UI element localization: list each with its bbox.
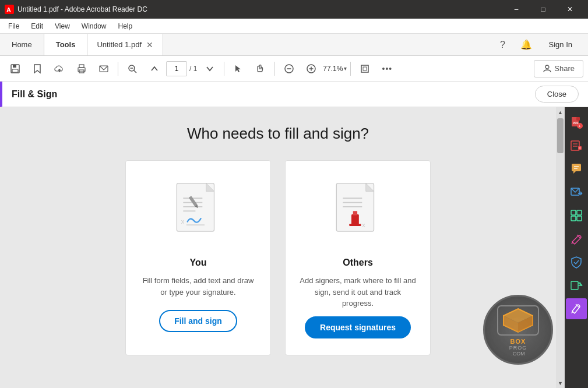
svg-point-22	[545, 65, 549, 69]
zoom-minus-button[interactable]	[279, 58, 300, 79]
cursor-icon	[234, 64, 243, 73]
cloud-icon	[54, 64, 65, 74]
next-page-button[interactable]	[199, 58, 220, 79]
cursor-tool-button[interactable]	[228, 58, 249, 79]
svg-rect-47	[571, 141, 579, 150]
scroll-down-button[interactable]: ▼	[556, 378, 565, 388]
sign-in-button[interactable]: Sign In	[540, 37, 581, 52]
hand-icon	[255, 64, 266, 74]
toolbar: / 1 77.1% ▾ ••• Share	[0, 56, 588, 82]
sidebar-tool-shield[interactable]	[566, 252, 587, 273]
sidebar-tool-export[interactable]	[566, 275, 587, 296]
tab-document[interactable]: Untitled 1.pdf ✕	[87, 34, 163, 55]
svg-rect-4	[12, 69, 18, 72]
sidebar-tool-fillsign[interactable]	[566, 298, 587, 319]
email-button[interactable]	[93, 58, 114, 79]
request-signatures-button[interactable]: Request signatures	[305, 316, 411, 338]
menu-view[interactable]: View	[49, 21, 76, 31]
page-number-input[interactable]	[166, 61, 187, 76]
others-desc: Add signers, mark where to fill and sign…	[300, 275, 416, 309]
minus-circle-icon	[284, 64, 294, 74]
send-tool-icon	[570, 186, 583, 199]
minimize-button[interactable]: –	[503, 0, 530, 19]
scroll-thumb[interactable]	[557, 118, 564, 153]
svg-rect-58	[571, 216, 576, 221]
tab-tools[interactable]: Tools	[44, 34, 88, 55]
help-button[interactable]: ?	[494, 36, 512, 54]
scroll-up-button[interactable]: ▲	[556, 107, 565, 117]
prev-page-button[interactable]	[144, 58, 165, 79]
save-icon	[10, 64, 20, 74]
form-tool-icon	[570, 139, 583, 152]
tab-close-button[interactable]: ✕	[146, 40, 153, 50]
toolbar-divider-1	[118, 62, 118, 76]
sidebar-tool-send[interactable]	[566, 182, 587, 203]
export-tool-icon	[570, 279, 583, 292]
save-tool-button[interactable]	[5, 58, 26, 79]
svg-rect-38	[351, 214, 359, 225]
right-sidebar: PDF +	[565, 107, 588, 388]
watermark-text2: PROG	[509, 345, 527, 351]
content-area: Who needs to fill and sign?	[0, 107, 556, 388]
window-controls: – □ ✕	[503, 0, 583, 19]
zoom-level: 77.1%	[323, 65, 343, 73]
zoom-plus-button[interactable]	[301, 58, 322, 79]
sidebar-tool-pencil[interactable]	[566, 228, 587, 249]
svg-text:A: A	[6, 6, 11, 13]
watermark-text3: .COM	[511, 351, 525, 357]
svg-marker-14	[235, 65, 241, 72]
svg-text:x: x	[181, 218, 185, 225]
svg-rect-56	[571, 210, 576, 215]
grid-tool-icon	[570, 209, 583, 222]
toolbar-divider-3	[274, 62, 275, 76]
sidebar-tool-grid[interactable]	[566, 205, 587, 226]
svg-rect-3	[13, 65, 16, 68]
bookmark-button[interactable]	[27, 58, 48, 79]
card-others: x Others Add signers, mark where to fill…	[285, 160, 431, 355]
svg-marker-5	[34, 65, 40, 73]
maximize-button[interactable]: □	[530, 0, 557, 19]
share-button[interactable]: Share	[534, 60, 583, 77]
menu-edit[interactable]: Edit	[25, 21, 49, 31]
sidebar-tool-pdf[interactable]: PDF +	[566, 112, 587, 133]
tab-bar: Home Tools Untitled 1.pdf ✕ ? 🔔 Sign In	[0, 34, 588, 56]
you-label: You	[189, 258, 206, 268]
menu-window[interactable]: Window	[76, 21, 112, 31]
sidebar-tool-form[interactable]	[566, 135, 587, 156]
option-cards: x You Fill form fields, add text and dra…	[125, 160, 431, 355]
email-icon	[98, 64, 109, 74]
page-separator: / 1	[189, 65, 197, 73]
notifications-button[interactable]: 🔔	[517, 36, 536, 54]
tab-home[interactable]: Home	[0, 34, 44, 55]
share-person-icon	[543, 64, 552, 73]
menu-help[interactable]: Help	[112, 21, 139, 31]
cloud-upload-button[interactable]	[49, 58, 70, 79]
hand-tool-button[interactable]	[250, 58, 271, 79]
fit-page-button[interactable]	[354, 58, 375, 79]
fill-and-sign-button[interactable]: Fill and sign	[159, 310, 237, 332]
pencil-tool-icon	[570, 232, 583, 245]
tab-bar-right: ? 🔔 Sign In	[494, 34, 588, 55]
down-arrow-icon	[205, 64, 214, 73]
you-illustration: x	[160, 175, 236, 251]
print-icon	[76, 64, 87, 74]
svg-rect-57	[577, 210, 582, 215]
fill-sign-close-button[interactable]: Close	[535, 86, 579, 103]
more-icon: •••	[382, 64, 393, 73]
svg-rect-21	[363, 67, 367, 70]
scrollbar: ▲ ▼	[556, 107, 565, 388]
plus-circle-icon	[306, 64, 316, 74]
print-button[interactable]	[71, 58, 92, 79]
window-close-button[interactable]: ✕	[557, 0, 583, 19]
watermark-logo	[495, 303, 541, 338]
zoom-dropdown-arrow[interactable]: ▾	[344, 65, 347, 72]
menu-file[interactable]: File	[2, 21, 25, 31]
sidebar-tool-comment[interactable]	[566, 158, 587, 179]
more-tools-button[interactable]: •••	[376, 58, 397, 79]
others-doc-icon: x	[326, 178, 390, 248]
svg-text:+: +	[579, 124, 581, 128]
title-bar: A Untitled 1.pdf - Adobe Acrobat Reader …	[0, 0, 588, 19]
zoom-out-button[interactable]	[122, 58, 143, 79]
zoom-display: 77.1% ▾	[323, 65, 347, 73]
fill-sign-bar: Fill & Sign Close	[0, 82, 588, 107]
